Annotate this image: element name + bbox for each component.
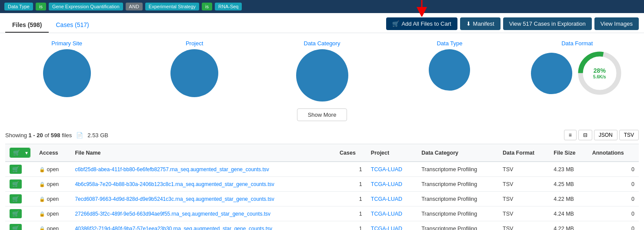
- row-datacategory-2: Transcriptome Profiling: [417, 192, 498, 206]
- access-text-1: open: [47, 181, 59, 187]
- chart-data-type-title[interactable]: Data Type: [437, 40, 462, 47]
- row-project-0: TCGA-LUAD: [367, 162, 417, 177]
- chart-primary-site-circle[interactable]: [43, 49, 91, 97]
- chart-data-category: Data Category: [260, 40, 384, 101]
- row-cart-cell-0: 🛒: [5, 162, 35, 177]
- tabs-actions: 🛒 Add All Files to Cart ⬇ Manifest View …: [386, 17, 639, 30]
- file-link-1[interactable]: 4b6c958a-7e20-4b88-b30a-2406b123c8c1.rna…: [75, 181, 274, 187]
- project-link-3[interactable]: TCGA-LUAD: [371, 211, 402, 217]
- filter-view-button[interactable]: ⊟: [578, 130, 592, 140]
- row-access-3: 🔒 open: [35, 206, 70, 221]
- file-link-4[interactable]: 40386f32-719d-480f-9ba7-57e1eea23b30.rna…: [75, 226, 272, 230]
- project-link-4[interactable]: TCGA-LUAD: [371, 226, 402, 230]
- col-header-file-size: File Size: [549, 144, 587, 162]
- chart-project: Project: [133, 40, 256, 97]
- chart-data-type-circle[interactable]: [429, 49, 470, 91]
- col-header-cart: 🛒 ▾: [5, 144, 35, 162]
- chart-project-title[interactable]: Project: [186, 40, 203, 47]
- manifest-button[interactable]: ⬇ Manifest: [460, 17, 501, 30]
- charts-row: Primary Site Project Data Category Data …: [5, 40, 639, 101]
- access-text-0: open: [47, 166, 59, 172]
- view-images-button[interactable]: View Images: [594, 17, 639, 30]
- header-cart-button[interactable]: 🛒: [10, 148, 23, 157]
- row-cases-3: 1: [335, 206, 367, 221]
- row-project-3: TCGA-LUAD: [367, 206, 417, 221]
- chart-primary-site: Primary Site: [5, 40, 128, 97]
- chart-data-format-circle[interactable]: [531, 53, 572, 94]
- filter-tag-expstrat[interactable]: Experimental Strategy: [145, 3, 199, 10]
- cart-icon: 🛒: [392, 20, 399, 27]
- table-row: 🛒 🔒 open 7ecd6087-9663-4d9d-828d-d9e9b52…: [5, 192, 639, 206]
- row-access-1: 🔒 open: [35, 177, 70, 192]
- lock-icon-0: 🔒: [39, 167, 45, 172]
- chart-data-category-title[interactable]: Data Category: [304, 40, 340, 47]
- chart-primary-site-title[interactable]: Primary Site: [51, 40, 82, 47]
- row-access-2: 🔒 open: [35, 192, 70, 206]
- row-datacategory-0: Transcriptome Profiling: [417, 162, 498, 177]
- filter-tag-and: AND: [126, 3, 143, 10]
- view-cases-button[interactable]: View 517 Cases in Exploration: [503, 17, 592, 30]
- tab-cases[interactable]: Cases (517): [49, 18, 96, 33]
- row-annotations-3: 0: [588, 206, 639, 221]
- lock-icon-2: 🔒: [39, 196, 45, 202]
- row-cases-4: 1: [335, 221, 367, 230]
- row-filesize-2: 4.22 MB: [549, 192, 587, 206]
- donut-label: 28% 5.6K/s: [593, 67, 606, 80]
- row-cases-2: 1: [335, 192, 367, 206]
- row-cart-cell-1: 🛒: [5, 177, 35, 192]
- project-link-2[interactable]: TCGA-LUAD: [371, 196, 402, 202]
- chart-data-type: Data Type: [388, 40, 511, 91]
- header-cart-dropdown[interactable]: ▾: [23, 148, 30, 157]
- access-text-4: open: [47, 226, 59, 230]
- row-access-4: 🔒 open: [35, 221, 70, 230]
- file-link-3[interactable]: 27266d85-3f2c-489f-9e5d-663d94ae9f55.rna…: [75, 211, 270, 217]
- project-link-1[interactable]: TCGA-LUAD: [371, 181, 402, 187]
- download-icon: ⬇: [466, 20, 471, 27]
- add-all-files-button[interactable]: 🛒 Add All Files to Cart: [386, 17, 457, 30]
- filter-bar: Data Type is Gene Expression Quantificat…: [0, 0, 644, 13]
- row-cart-button-2[interactable]: 🛒: [10, 194, 22, 203]
- show-more-button[interactable]: Show More: [297, 108, 347, 121]
- col-header-data-format: Data Format: [498, 144, 549, 162]
- filter-tag-is2: is: [202, 3, 212, 10]
- json-export-button[interactable]: JSON: [594, 130, 617, 140]
- row-project-4: TCGA-LUAD: [367, 221, 417, 230]
- filter-tag-datatype[interactable]: Data Type: [4, 3, 33, 10]
- table-info-row: Showing 1 - 20 of 598 files 📄 2.53 GB ≡ …: [5, 126, 639, 144]
- chart-data-format-donut[interactable]: 28% 5.6K/s: [576, 49, 624, 97]
- table-section: Showing 1 - 20 of 598 files 📄 2.53 GB ≡ …: [0, 126, 644, 230]
- header-cart-group[interactable]: 🛒 ▾: [10, 148, 30, 158]
- project-link-0[interactable]: TCGA-LUAD: [371, 166, 402, 172]
- row-cart-cell-2: 🛒: [5, 192, 35, 206]
- file-icon: 📄: [76, 132, 83, 139]
- show-more-row: Show More: [0, 103, 644, 126]
- red-arrow-annotation: [413, 0, 430, 17]
- filter-tag-rnaseq[interactable]: RNA-Seq: [215, 3, 242, 10]
- tabs-bar: Files (598) Cases (517) 🛒 Add All Files …: [0, 13, 644, 33]
- charts-section: Primary Site Project Data Category Data …: [0, 33, 644, 103]
- row-cart-button-4[interactable]: 🛒: [10, 224, 22, 230]
- col-header-annotations: Annotations: [588, 144, 639, 162]
- row-cart-button-0[interactable]: 🛒: [10, 165, 22, 174]
- file-link-2[interactable]: 7ecd6087-9663-4d9d-828d-d9e9b5241c3c.rna…: [75, 196, 274, 202]
- list-view-button[interactable]: ≡: [564, 130, 577, 140]
- tabs-left: Files (598) Cases (517): [5, 18, 96, 33]
- chart-data-category-circle[interactable]: [296, 49, 348, 101]
- row-filesize-1: 4.25 MB: [549, 177, 587, 192]
- row-cart-cell-3: 🛒: [5, 206, 35, 221]
- tab-files[interactable]: Files (598): [5, 18, 49, 33]
- row-annotations-1: 0: [588, 177, 639, 192]
- file-link-0[interactable]: c6bf25d8-abea-411f-bb80-6e6fefb82757.rna…: [75, 166, 269, 172]
- filter-tag-geneexp[interactable]: Gene Expression Quantification: [49, 3, 123, 10]
- access-text-2: open: [47, 196, 59, 202]
- row-cart-button-3[interactable]: 🛒: [10, 209, 22, 218]
- row-dataformat-4: TSV: [498, 221, 549, 230]
- row-cart-button-1[interactable]: 🛒: [10, 179, 22, 189]
- row-project-1: TCGA-LUAD: [367, 177, 417, 192]
- row-datacategory-4: Transcriptome Profiling: [417, 221, 498, 230]
- row-filesize-3: 4.24 MB: [549, 206, 587, 221]
- chart-data-format-title[interactable]: Data Format: [561, 40, 593, 47]
- chart-project-circle[interactable]: [170, 49, 218, 97]
- tsv-export-button[interactable]: TSV: [619, 130, 639, 140]
- col-header-cases: Cases: [335, 144, 367, 162]
